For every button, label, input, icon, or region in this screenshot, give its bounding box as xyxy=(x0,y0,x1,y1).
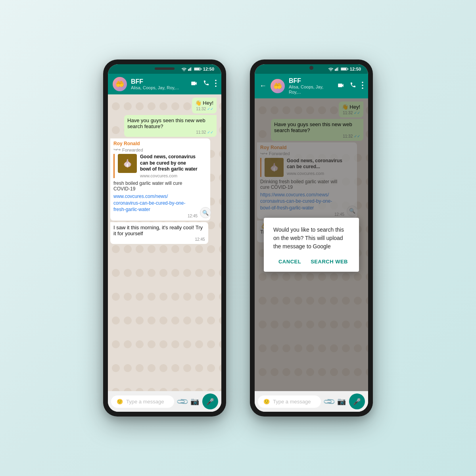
header-title-right: BFF xyxy=(289,77,333,84)
attach-icon-right[interactable]: 📎 xyxy=(322,395,336,409)
forwarded-label-left: ↪↪ Forwarded xyxy=(113,147,198,152)
input-bar-left: 🙂 Type a message 📎 📷 🎤 xyxy=(108,391,221,412)
svg-rect-1 xyxy=(189,69,190,71)
dialog-box: Would you like to search this on the web… xyxy=(264,218,359,272)
wifi-icon-left xyxy=(181,67,187,71)
svg-rect-13 xyxy=(338,67,338,71)
article-domain-left: www.covcures.com xyxy=(140,173,198,178)
phone-right: 12:50 ← 🤲 BFF Alisa, Coops, Jay, Roy,... xyxy=(250,60,373,416)
search-web-button[interactable]: SEARCH WEB xyxy=(309,257,349,266)
mic-btn-right[interactable]: 🎤 xyxy=(349,393,365,409)
battery-icon-left xyxy=(194,67,202,71)
svg-point-18 xyxy=(362,84,363,86)
svg-rect-0 xyxy=(188,69,189,71)
avatar-right: 🤲 xyxy=(271,79,285,93)
svg-point-9 xyxy=(215,85,217,87)
phone-left: 12:50 🤲 BFF Alisa, Coops, Jay, Roy,... xyxy=(103,60,226,416)
call-icon-right[interactable] xyxy=(350,82,356,90)
svg-rect-12 xyxy=(337,68,338,71)
input-field-right[interactable]: 🙂 Type a message xyxy=(258,395,321,408)
header-info-right: BFF Alisa, Coops, Jay, Roy,... xyxy=(289,77,333,95)
svg-rect-16 xyxy=(347,69,348,70)
status-bar-right: 12:50 xyxy=(255,64,368,74)
chat-header-right: ← 🤲 BFF Alisa, Coops, Jay, Roy,... xyxy=(255,74,368,98)
msg-forwarded-left: Roy Ronald ↪↪ Forwarded 🧄 Good news, cor… xyxy=(110,138,210,221)
camera-icon-left[interactable]: 📷 xyxy=(190,397,199,406)
dialog-text: Would you like to search this on the web… xyxy=(273,226,349,251)
chat-header-left: 🤲 BFF Alisa, Coops, Jay, Roy,... xyxy=(108,74,221,94)
dialog-buttons: CANCEL SEARCH WEB xyxy=(273,257,349,266)
svg-rect-11 xyxy=(336,69,336,71)
header-title-left: BFF xyxy=(131,78,186,85)
svg-rect-6 xyxy=(201,69,202,70)
attach-icon-left[interactable]: 📎 xyxy=(175,395,189,409)
dialog-overlay: Would you like to search this on the web… xyxy=(255,98,368,391)
msg-try-left: I saw it this morning, it's really cool!… xyxy=(110,222,208,244)
header-info-left: BFF Alisa, Coops, Jay, Roy,... xyxy=(131,78,186,90)
video-icon-left[interactable] xyxy=(190,80,198,88)
svg-rect-3 xyxy=(191,67,192,71)
svg-rect-10 xyxy=(335,69,336,71)
battery-icon-right xyxy=(341,67,349,71)
chat-area-left: 👋 Hey! 11:32 ✓✓ Have you guys seen this … xyxy=(108,94,221,391)
svg-rect-15 xyxy=(341,68,346,70)
more-icon-left[interactable] xyxy=(215,80,217,88)
camera-icon-right[interactable]: 📷 xyxy=(337,397,346,406)
wifi-icon-right xyxy=(328,67,334,71)
sender-name-left: Roy Ronald xyxy=(113,141,198,146)
article-title-left: Good news, coronavirus can be cured by o… xyxy=(140,154,198,173)
svg-rect-2 xyxy=(190,68,191,71)
call-icon-left[interactable] xyxy=(203,80,209,88)
svg-point-17 xyxy=(362,82,363,83)
search-btn-left[interactable]: 🔍 xyxy=(200,207,211,218)
header-subtitle-left: Alisa, Coops, Jay, Roy,... xyxy=(131,85,186,90)
svg-point-19 xyxy=(362,87,363,89)
video-icon-right[interactable] xyxy=(337,82,344,90)
mic-btn-left[interactable]: 🎤 xyxy=(202,393,218,409)
msg-sent-hey-left: 👋 Hey! 11:32 ✓✓ xyxy=(192,98,217,113)
cancel-button[interactable]: CANCEL xyxy=(277,257,303,266)
article-thumb-left: 🧄 xyxy=(118,154,137,173)
header-subtitle-right: Alisa, Coops, Jay, Roy,... xyxy=(289,84,333,95)
time-right: 12:50 xyxy=(350,67,361,71)
back-button-right[interactable]: ← xyxy=(259,82,267,90)
placeholder-right: Type a message xyxy=(273,399,311,405)
input-field-left[interactable]: 🙂 Type a message xyxy=(111,395,174,408)
svg-point-7 xyxy=(215,80,217,81)
signal-icon-left xyxy=(188,67,193,71)
more-icon-right[interactable] xyxy=(362,82,363,90)
msg-sent-search-left: Have you guys seen this new web search f… xyxy=(124,115,217,137)
signal-icon-right xyxy=(335,67,340,71)
article-preview-left: 🧄 Good news, coronavirus can be cured by… xyxy=(118,154,198,178)
phones-container: 12:50 🤲 BFF Alisa, Coops, Jay, Roy,... xyxy=(87,36,389,440)
avatar-left: 🤲 xyxy=(113,77,127,91)
link-left[interactable]: www.covcures.com/news/coronavirus-can-be… xyxy=(113,193,198,213)
chat-area-right: 👋 Hey! 11:32 ✓✓ Have you guys seen this … xyxy=(255,98,368,391)
svg-rect-5 xyxy=(194,68,200,70)
emoji-icon-right: 🙂 xyxy=(263,399,270,405)
placeholder-left: Type a message xyxy=(126,399,164,405)
emoji-icon-left: 🙂 xyxy=(117,399,123,405)
input-bar-right: 🙂 Type a message 📎 📷 🎤 xyxy=(255,391,368,412)
garlic-text-left: fresh boiled garlic water will cure COVI… xyxy=(113,180,198,192)
svg-point-8 xyxy=(215,83,217,84)
time-left: 12:50 xyxy=(203,67,214,71)
status-bar-left: 12:50 xyxy=(108,64,221,74)
